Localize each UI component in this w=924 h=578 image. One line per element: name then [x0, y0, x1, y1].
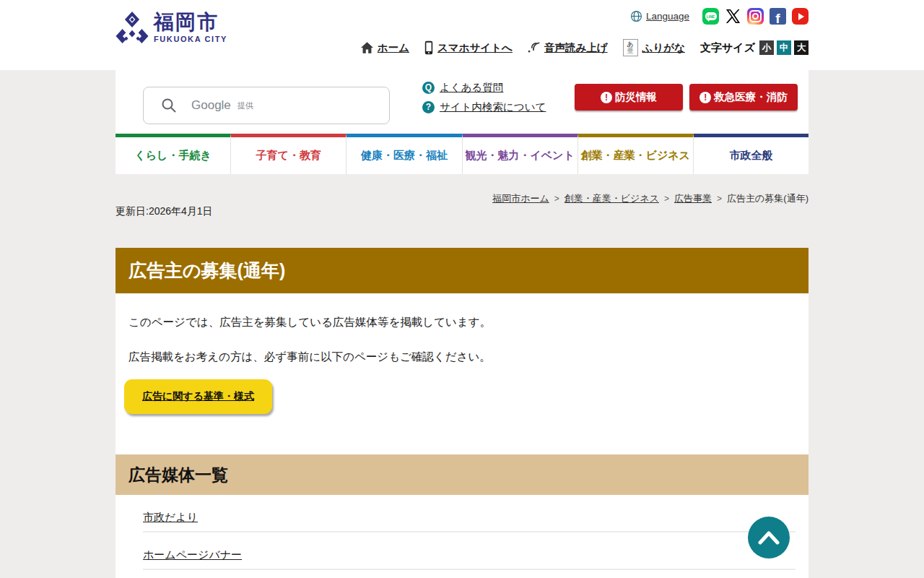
- question-icon: ?: [422, 101, 435, 113]
- furigana-icon: あ 亜: [623, 39, 638, 56]
- faq-icon: Q: [422, 82, 435, 94]
- homepage-banner-link[interactable]: ホームページバナー: [143, 548, 242, 561]
- text-size-control: 文字サイズ 小 中 大: [700, 40, 808, 55]
- text-size-medium-button[interactable]: 中: [777, 40, 791, 55]
- home-link[interactable]: ホーム: [361, 41, 409, 55]
- exclamation-icon: !: [699, 92, 711, 103]
- tab-business-industry[interactable]: 創業・産業・ビジネス: [578, 134, 694, 174]
- emergency-buttons: ! 防災情報 ! 救急医療・消防: [575, 84, 798, 111]
- exclamation-icon: !: [601, 92, 612, 103]
- media-list: 市政だより ホームページバナー: [116, 495, 808, 570]
- smartphone-icon: [424, 40, 433, 55]
- instagram-icon[interactable]: [747, 8, 764, 25]
- language-link[interactable]: Language: [630, 10, 689, 22]
- furigana-link[interactable]: あ 亜 ふりがな: [623, 39, 685, 56]
- text-size-small-button[interactable]: 小: [759, 40, 774, 55]
- main-content: 広告主の募集(通年) このページでは、広告主を募集している広告媒体等を掲載してい…: [116, 248, 808, 578]
- emergency-medical-fire-button[interactable]: ! 救急医療・消防: [689, 84, 798, 111]
- utility-nav: ホーム スマホサイトへ 音声読み上げ あ: [361, 39, 808, 56]
- tab-living-procedures[interactable]: くらし・手続き: [116, 134, 231, 174]
- page-title: 広告主の募集(通年): [116, 248, 808, 293]
- category-tabs: くらし・手続き 子育て・教育 健康・医療・福祉 観光・魅力・イベント 創業・産業…: [0, 134, 924, 174]
- youtube-icon[interactable]: [792, 8, 808, 25]
- speaker-waves-icon: [528, 41, 540, 54]
- text-to-speech-link[interactable]: 音声読み上げ: [528, 41, 608, 55]
- breadcrumb-home-link[interactable]: 福岡市ホーム: [492, 192, 549, 205]
- breadcrumb-zone: 福岡市ホーム > 創業・産業・ビジネス > 広告事業 > 広告主の募集(通年) …: [0, 174, 924, 248]
- breadcrumb-current: 広告主の募集(通年): [727, 192, 808, 205]
- breadcrumb: 福岡市ホーム > 創業・産業・ビジネス > 広告事業 > 広告主の募集(通年): [492, 192, 808, 205]
- intro-paragraph-2: 広告掲載をお考えの方は、必ず事前に以下のページもご確認ください。: [116, 330, 808, 365]
- text-size-large-button[interactable]: 大: [794, 40, 808, 55]
- site-title-en: FUKUOKA CITY: [154, 35, 227, 43]
- home-icon: [361, 42, 373, 53]
- search-input[interactable]: Google 提供: [143, 87, 390, 124]
- fukuoka-city-logo[interactable]: 福岡市 FUKUOKA CITY: [116, 11, 227, 45]
- quick-links: Q よくある質問 ? サイト内検索について: [422, 78, 546, 116]
- tab-city-government[interactable]: 市政全般: [694, 134, 808, 174]
- scroll-to-top-button[interactable]: [748, 517, 790, 558]
- site-title: 福岡市: [154, 11, 227, 34]
- fukuoka-city-emblem-icon: [116, 11, 149, 45]
- faq-link[interactable]: Q よくある質問: [422, 78, 546, 97]
- tab-childcare-education[interactable]: 子育て・教育: [231, 134, 346, 174]
- site-search-about-link[interactable]: ? サイト内検索について: [422, 98, 546, 116]
- smartphone-site-link[interactable]: スマホサイトへ: [424, 40, 513, 55]
- text-size-label: 文字サイズ: [700, 41, 755, 55]
- search-band: Google 提供 Q よくある質問 ? サイト内検索について ! 防災情報 !…: [0, 70, 924, 134]
- breadcrumb-business-link[interactable]: 創業・産業・ビジネス: [565, 192, 659, 205]
- search-icon: [161, 98, 177, 113]
- tab-tourism-events[interactable]: 観光・魅力・イベント: [463, 134, 578, 174]
- tab-health-medical-welfare[interactable]: 健康・医療・福祉: [346, 134, 462, 174]
- header-top-links: Language LINE f: [630, 8, 808, 25]
- list-item: ホームページバナー: [143, 532, 796, 570]
- x-icon[interactable]: [725, 8, 741, 25]
- breadcrumb-ad-business-link[interactable]: 広告事業: [674, 192, 712, 205]
- list-item: 市政だより: [143, 495, 796, 532]
- search-placeholder-suffix: 提供: [237, 100, 253, 111]
- search-placeholder: Google: [191, 98, 231, 113]
- line-icon[interactable]: LINE: [702, 8, 719, 25]
- globe-icon: [630, 10, 642, 22]
- chevron-up-icon: [757, 530, 780, 545]
- updated-date: 更新日:2026年4月1日: [116, 205, 213, 218]
- media-list-section-title: 広告媒体一覧: [116, 454, 808, 495]
- disaster-info-button[interactable]: ! 防災情報: [575, 84, 683, 111]
- ad-standards-button[interactable]: 広告に関する基準・様式: [124, 379, 272, 414]
- intro-paragraph-1: このページでは、広告主を募集している広告媒体等を掲載しています。: [116, 293, 808, 330]
- city-bulletin-link[interactable]: 市政だより: [143, 511, 198, 523]
- site-header: 福岡市 FUKUOKA CITY Language LINE: [0, 0, 924, 70]
- facebook-icon[interactable]: f: [770, 8, 786, 25]
